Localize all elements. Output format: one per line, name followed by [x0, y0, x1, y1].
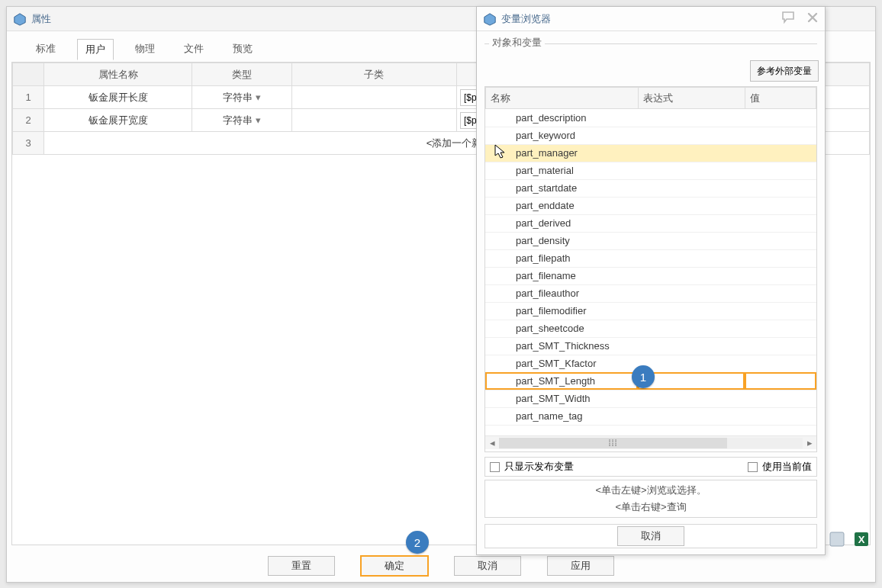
var-expr	[638, 127, 745, 144]
external-icons: X	[829, 531, 870, 548]
list-item[interactable]: part_SMT_Width	[485, 390, 816, 407]
generic-icon[interactable]	[829, 531, 845, 548]
chevron-right-icon[interactable]: ▸	[804, 438, 815, 448]
type-label: 字符串	[223, 114, 253, 127]
svg-rect-2	[830, 532, 844, 546]
var-col-name[interactable]: 名称	[486, 88, 639, 109]
ok-button[interactable]: 确定	[361, 556, 428, 576]
var-expr	[638, 302, 745, 320]
var-expr	[638, 197, 745, 214]
vb-titlebar[interactable]: 变量浏览器	[477, 7, 825, 31]
col-type[interactable]: 类型	[192, 63, 292, 86]
col-rownum[interactable]	[13, 63, 44, 86]
app-icon	[483, 12, 497, 26]
var-name: part_SMT_Thickness	[485, 337, 638, 355]
var-col-expr[interactable]: 表达式	[639, 88, 745, 109]
var-expr	[638, 267, 745, 284]
svg-marker-0	[14, 13, 25, 24]
tab-preview[interactable]: 预览	[225, 39, 260, 60]
var-col-value[interactable]: 值	[745, 88, 816, 109]
excel-icon[interactable]: X	[853, 531, 870, 548]
var-value	[745, 109, 816, 127]
var-value	[745, 197, 816, 214]
chevron-down-icon[interactable]: ▾	[256, 114, 261, 126]
hscrollbar[interactable]: ◂ ⁞⁞⁞ ▸	[485, 435, 816, 449]
var-expr	[638, 320, 745, 337]
variable-table: 名称 表达式 值 part_descriptionpart_keywordpar…	[484, 86, 817, 452]
ref-external-button[interactable]: 参考外部变量	[750, 60, 819, 82]
cell-type[interactable]: 字符串▾	[192, 109, 292, 132]
var-name: part_SMT_Width	[485, 390, 638, 407]
use-current-values-label: 使用当前值	[762, 460, 812, 474]
svg-text:X: X	[858, 534, 865, 545]
var-name: part_description	[485, 109, 638, 127]
hint-box: <单击左键>浏览或选择。 <单击右键>查询	[484, 480, 817, 518]
scrollbar-thumb[interactable]: ⁞⁞⁞	[499, 438, 727, 448]
list-item[interactable]: part_name_tag	[485, 407, 816, 425]
var-name: part_density	[485, 232, 638, 249]
list-item[interactable]: part_SMT_Thickness	[485, 337, 816, 355]
variable-browser-dialog: 变量浏览器 对象和变量 参考外部变量 名称 表达式 值 part_descrip…	[476, 6, 826, 555]
list-item[interactable]: part_fileauthor	[485, 284, 816, 302]
list-item[interactable]: part_material	[485, 162, 816, 179]
comment-icon[interactable]	[782, 11, 796, 26]
list-item[interactable]: part_filepath	[485, 249, 816, 267]
tab-standard[interactable]: 标准	[28, 39, 63, 60]
apply-button[interactable]: 应用	[547, 556, 614, 576]
reset-button[interactable]: 重置	[268, 556, 335, 576]
var-expr	[638, 249, 745, 267]
var-expr	[638, 407, 745, 425]
var-value	[745, 355, 816, 372]
var-value	[745, 320, 816, 337]
cell-subtype[interactable]	[291, 109, 456, 132]
var-name: part_SMT_Kfactor	[485, 355, 638, 372]
chevron-left-icon[interactable]: ◂	[487, 438, 497, 448]
list-item[interactable]: part_derived	[485, 214, 816, 232]
list-item[interactable]: part_description	[485, 109, 816, 127]
list-item[interactable]: part_density	[485, 232, 816, 249]
var-value	[745, 249, 816, 267]
tab-user[interactable]: 用户	[77, 39, 114, 60]
properties-title: 属性	[31, 12, 51, 26]
callout-2: 2	[406, 531, 429, 554]
var-expr	[638, 284, 745, 302]
var-value	[745, 337, 816, 355]
list-item[interactable]: part_sheetcode	[485, 320, 816, 337]
cell-type[interactable]: 字符串▾	[192, 86, 292, 109]
list-item[interactable]: part_keyword	[485, 127, 816, 144]
list-item[interactable]: part_startdate	[485, 179, 816, 197]
col-name[interactable]: 属性名称	[44, 63, 192, 86]
vb-options: 只显示发布变量 使用当前值	[484, 457, 817, 477]
callout-1: 1	[632, 365, 655, 388]
chevron-down-icon[interactable]: ▾	[256, 92, 261, 103]
col-subtype[interactable]: 子类	[291, 63, 456, 86]
cell-name[interactable]: 钣金展开长度	[44, 86, 192, 109]
list-item[interactable]: part_filename	[485, 267, 816, 284]
tab-file[interactable]: 文件	[176, 39, 211, 60]
var-value	[745, 284, 816, 302]
use-current-values-checkbox[interactable]	[748, 462, 758, 472]
variable-list[interactable]: part_descriptionpart_keywordpart_manager…	[485, 109, 816, 435]
var-name: part_sheetcode	[485, 320, 638, 337]
vb-cancel-button[interactable]: 取消	[617, 526, 684, 546]
var-name: part_manager	[485, 144, 638, 162]
list-item[interactable]: part_manager	[485, 144, 816, 162]
scrollbar-track[interactable]: ⁞⁞⁞	[499, 438, 803, 448]
cancel-button[interactable]: 取消	[454, 556, 521, 576]
svg-marker-1	[484, 13, 495, 24]
tab-physics[interactable]: 物理	[127, 39, 163, 60]
var-name: part_derived	[485, 214, 638, 232]
cell-name[interactable]: 钣金展开宽度	[44, 109, 192, 132]
row-num: 1	[13, 86, 44, 109]
var-expr	[638, 355, 745, 372]
list-item[interactable]: part_filemodifier	[485, 302, 816, 320]
var-expr	[638, 214, 745, 232]
list-item[interactable]: part_enddate	[485, 197, 816, 214]
app-icon	[13, 12, 27, 26]
var-expr	[638, 144, 745, 162]
cell-subtype[interactable]	[291, 86, 456, 109]
var-value	[745, 267, 816, 284]
close-icon[interactable]	[806, 11, 819, 26]
var-name: part_filemodifier	[485, 302, 638, 320]
only-published-checkbox[interactable]	[490, 462, 500, 472]
